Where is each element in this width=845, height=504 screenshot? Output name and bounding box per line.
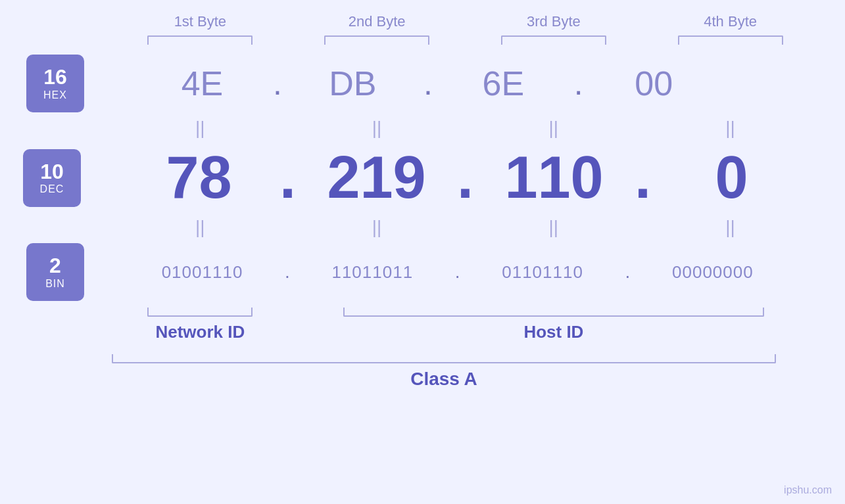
- eq1-b2: ||: [289, 118, 466, 139]
- dec-b1: 78: [109, 144, 289, 212]
- byte4-header: 4th Byte: [642, 13, 819, 30]
- network-id-label: Network ID: [155, 322, 245, 342]
- top-bracket-4: [678, 35, 783, 45]
- equals-row-2: || || || ||: [26, 217, 819, 238]
- dec-badge-number: 10: [40, 160, 64, 183]
- dec-b3: 110: [464, 144, 644, 212]
- top-bracket-3: [501, 35, 606, 45]
- bracket-cell-4: [642, 35, 819, 45]
- network-bracket: [147, 308, 253, 317]
- byte2-header: 2nd Byte: [289, 13, 466, 30]
- class-label: Class A: [112, 369, 776, 390]
- top-bracket-1: [147, 35, 253, 45]
- eq1-b1: ||: [112, 118, 289, 139]
- bracket-cell-3: [466, 35, 642, 45]
- bin-badge: 2 BIN: [26, 243, 84, 301]
- eq1-b4: ||: [642, 118, 819, 139]
- main-container: 1st Byte 2nd Byte 3rd Byte 4th Byte 16 H…: [0, 0, 845, 504]
- bin-b3: 01101110: [452, 262, 633, 283]
- class-bracket: [112, 354, 776, 363]
- dec-badge-label: DEC: [40, 183, 64, 195]
- bin-data-row: 01001110 . 11011011 . 01101110 . 0000000…: [112, 262, 819, 283]
- equals-row-1: || || || ||: [26, 118, 819, 139]
- bin-b2: 11011011: [282, 262, 463, 283]
- byte-headers: 1st Byte 2nd Byte 3rd Byte 4th Byte: [26, 13, 819, 30]
- eq2-b3: ||: [466, 217, 642, 238]
- host-bracket: [343, 308, 764, 317]
- bin-badge-number: 2: [49, 254, 61, 277]
- eq1-b3: ||: [466, 118, 642, 139]
- bin-b1: 01001110: [112, 262, 293, 283]
- top-brackets: [26, 35, 819, 45]
- hex-b4: 00: [564, 64, 744, 103]
- top-bracket-2: [324, 35, 429, 45]
- bottom-brackets-row: [112, 308, 819, 317]
- host-id-label: Host ID: [523, 322, 583, 342]
- byte1-header: 1st Byte: [112, 13, 289, 30]
- bin-b4: 00000000: [622, 262, 803, 283]
- dec-b2: 219: [286, 144, 467, 212]
- dec-b4: 0: [641, 144, 822, 212]
- host-label-wrap: Host ID: [289, 322, 819, 342]
- bin-badge-label: BIN: [45, 278, 65, 290]
- hex-badge-number: 16: [43, 66, 67, 89]
- bottom-section: Network ID Host ID: [26, 308, 819, 342]
- dec-badge: 10 DEC: [23, 149, 81, 207]
- dec-data-row: 78 . 219 . 110 . 0: [109, 144, 822, 212]
- hex-data-row: 4E . DB . 6E . 00: [112, 64, 819, 103]
- dec-row: 10 DEC 78 . 219 . 110 . 0: [26, 144, 819, 212]
- bracket-cell-1: [112, 35, 289, 45]
- network-label-wrap: Network ID: [112, 322, 289, 342]
- eq2-b2: ||: [289, 217, 466, 238]
- bracket-cell-2: [289, 35, 466, 45]
- byte3-header: 3rd Byte: [466, 13, 642, 30]
- hex-badge-label: HEX: [43, 89, 67, 101]
- labels-row: Network ID Host ID: [112, 322, 819, 342]
- watermark: ipshu.com: [784, 484, 832, 496]
- eq2-b4: ||: [642, 217, 819, 238]
- eq2-b1: ||: [112, 217, 289, 238]
- hex-row: 16 HEX 4E . DB . 6E . 00: [26, 55, 819, 112]
- bin-row: 2 BIN 01001110 . 11011011 . 01101110 . 0…: [26, 243, 819, 301]
- class-footer: Class A: [26, 354, 819, 390]
- host-bracket-wrap: [289, 308, 819, 317]
- network-bracket-wrap: [112, 308, 289, 317]
- hex-badge: 16 HEX: [26, 55, 84, 112]
